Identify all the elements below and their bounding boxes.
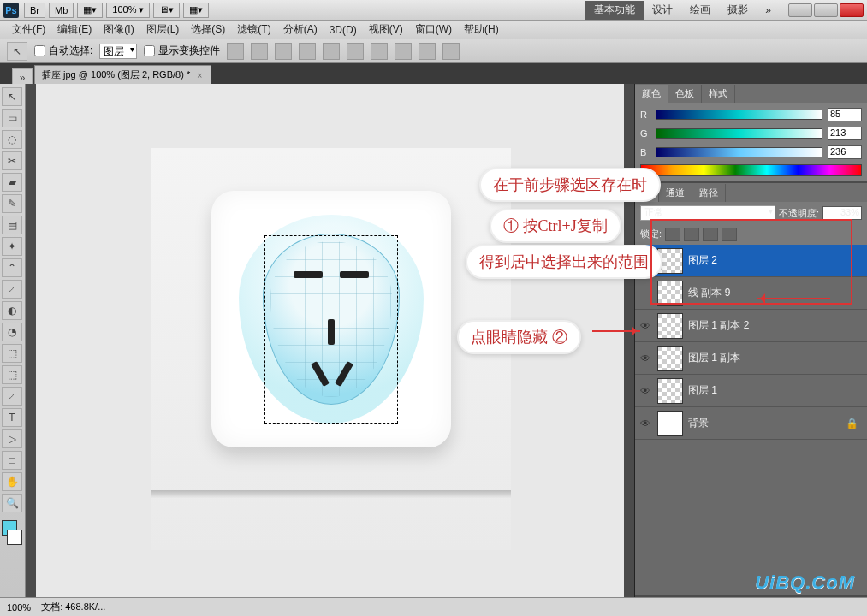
document-tab-close-icon[interactable]: ×	[195, 71, 204, 80]
align-icon-4[interactable]	[299, 43, 316, 60]
distribute-icon-2[interactable]	[395, 43, 412, 60]
gradient-tool[interactable]: ◔	[2, 323, 22, 341]
opacity-label: 不透明度:	[779, 207, 819, 220]
opacity-value[interactable]: 33%	[822, 206, 862, 220]
document-size-info[interactable]: 文档: 468.8K/...	[41, 601, 105, 613]
tab-swatches[interactable]: 色板	[668, 85, 702, 103]
color-r-value[interactable]: 85	[828, 108, 862, 121]
menu-file[interactable]: 文件(F)	[7, 21, 50, 38]
crop-tool[interactable]: ▰	[2, 173, 22, 192]
color-g-value[interactable]: 213	[828, 127, 862, 140]
tab-color[interactable]: 颜色	[635, 85, 668, 103]
background-color-swatch[interactable]	[7, 530, 22, 545]
workspace-tab-essentials[interactable]: 基本功能	[585, 1, 644, 20]
shape-tool[interactable]: □	[2, 451, 22, 470]
workspace-tab-design[interactable]: 设计	[644, 1, 681, 20]
color-b-value[interactable]: 236	[828, 145, 862, 159]
document-tab[interactable]: 插座.jpg @ 100% (图层 2, RGB/8) * ×	[34, 65, 211, 84]
zoom-level[interactable]: 100%	[7, 602, 31, 613]
align-icon-3[interactable]	[275, 43, 292, 60]
distribute-icon-1[interactable]	[371, 43, 388, 60]
bridge-button[interactable]: Br	[24, 3, 45, 18]
visibility-toggle-icon[interactable]	[638, 384, 652, 398]
minimize-button[interactable]	[788, 3, 812, 17]
menu-select[interactable]: 选择(S)	[186, 21, 230, 38]
zoom-tool[interactable]: 🔍	[2, 494, 22, 512]
minibridge-button[interactable]: Mb	[49, 3, 74, 18]
history-brush-tool[interactable]: ⟋	[2, 280, 22, 299]
show-transform-input[interactable]	[144, 45, 155, 56]
arrange-docs-button[interactable]: ▦▾	[183, 3, 209, 18]
color-spectrum[interactable]	[640, 164, 862, 176]
workspace-more[interactable]: »	[757, 1, 780, 20]
menu-bar: 文件(F) 编辑(E) 图像(I) 图层(L) 选择(S) 滤镜(T) 分析(A…	[0, 21, 867, 39]
layer-thumbnail[interactable]	[657, 378, 683, 404]
menu-window[interactable]: 窗口(W)	[410, 21, 457, 38]
align-icon-2[interactable]	[251, 43, 268, 60]
annotation-bubble: 得到居中选择出来的范围	[466, 245, 662, 279]
options-bar: ↖ 自动选择: 图层 显示变换控件	[0, 39, 867, 63]
dodge-tool[interactable]: ⬚	[2, 365, 22, 384]
tab-channels[interactable]: 通道	[659, 184, 692, 202]
eyedropper-tool[interactable]: ✎	[2, 194, 22, 213]
distribute-icon-4[interactable]	[442, 43, 460, 60]
menu-view[interactable]: 视图(V)	[364, 21, 408, 38]
menu-3d[interactable]: 3D(D)	[324, 22, 362, 38]
auto-select-target-dropdown[interactable]: 图层	[99, 44, 137, 59]
quick-select-tool[interactable]: ✂	[2, 151, 22, 170]
maximize-button[interactable]	[814, 3, 838, 17]
hand-tool[interactable]: ✋	[2, 472, 22, 491]
healing-tool[interactable]: ▤	[2, 216, 22, 234]
color-g-slider[interactable]	[656, 128, 822, 139]
layer-thumbnail[interactable]	[657, 313, 683, 339]
eraser-tool[interactable]: ◐	[2, 301, 22, 320]
close-button[interactable]	[840, 3, 864, 17]
align-icon-1[interactable]	[227, 43, 244, 60]
color-b-slider[interactable]	[656, 147, 822, 157]
menu-layer[interactable]: 图层(L)	[141, 21, 185, 38]
auto-select-checkbox[interactable]: 自动选择:	[34, 44, 92, 58]
zoom-level-dropdown[interactable]: 100% ▾	[106, 3, 150, 18]
distribute-icon-3[interactable]	[419, 43, 436, 60]
photoshop-logo: Ps	[3, 3, 19, 18]
menu-filter[interactable]: 滤镜(T)	[232, 21, 276, 38]
layer-item[interactable]: 图层 1 副本	[635, 342, 867, 375]
layer-name[interactable]: 图层 1 副本 2	[688, 318, 749, 333]
layer-item[interactable]: 背景 🔒	[635, 407, 867, 440]
workspace-tab-painting[interactable]: 绘画	[681, 1, 719, 20]
align-icon-5[interactable]	[323, 43, 340, 60]
tab-paths[interactable]: 路径	[692, 184, 726, 202]
view-extras-button[interactable]: ▦▾	[77, 3, 103, 18]
menu-image[interactable]: 图像(I)	[98, 21, 139, 38]
layer-name[interactable]: 图层 1	[688, 383, 717, 398]
brush-tool[interactable]: ✦	[2, 237, 22, 256]
align-icon-6[interactable]	[347, 43, 364, 60]
visibility-toggle-icon[interactable]	[638, 417, 652, 430]
layer-item[interactable]: 图层 1 副本 2	[635, 310, 867, 342]
visibility-toggle-icon[interactable]	[638, 352, 652, 365]
path-select-tool[interactable]: ▷	[2, 429, 22, 448]
move-tool[interactable]: ↖	[2, 87, 22, 106]
layer-thumbnail[interactable]	[657, 346, 683, 371]
annotation-highlight-box	[650, 219, 852, 305]
stamp-tool[interactable]: ⌃	[2, 258, 22, 277]
color-r-row: R 85	[640, 108, 862, 121]
menu-help[interactable]: 帮助(H)	[459, 21, 504, 38]
lasso-tool[interactable]: ◌	[2, 130, 22, 149]
pen-tool[interactable]: ⟋	[2, 387, 22, 406]
marquee-tool[interactable]: ▭	[2, 109, 22, 127]
blur-tool[interactable]: ⬚	[2, 344, 22, 363]
menu-edit[interactable]: 编辑(E)	[52, 21, 97, 38]
layer-item[interactable]: 图层 1	[635, 375, 867, 407]
layer-name[interactable]: 背景	[688, 416, 709, 430]
layer-name[interactable]: 图层 1 副本	[688, 351, 740, 365]
menu-analysis[interactable]: 分析(A)	[278, 21, 323, 38]
workspace-tab-photography[interactable]: 摄影	[719, 1, 757, 20]
layer-thumbnail[interactable]	[657, 411, 683, 436]
tab-styles[interactable]: 样式	[702, 85, 735, 103]
show-transform-checkbox[interactable]: 显示变换控件	[144, 44, 220, 58]
auto-select-input[interactable]	[34, 45, 45, 56]
screen-mode-button[interactable]: 🖥▾	[153, 3, 180, 18]
type-tool[interactable]: T	[2, 408, 22, 427]
color-r-slider[interactable]	[656, 110, 822, 120]
